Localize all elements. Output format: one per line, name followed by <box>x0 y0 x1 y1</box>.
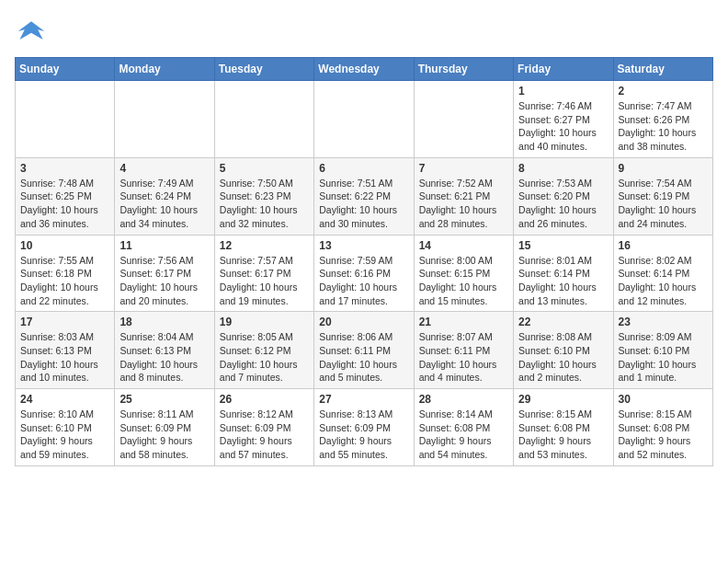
calendar-week-4: 17Sunrise: 8:03 AM Sunset: 6:13 PM Dayli… <box>16 312 713 389</box>
day-info: Sunrise: 8:03 AM Sunset: 6:13 PM Dayligh… <box>20 330 109 385</box>
day-number: 7 <box>419 162 508 175</box>
day-number: 30 <box>619 393 708 406</box>
day-info: Sunrise: 8:15 AM Sunset: 6:08 PM Dayligh… <box>518 408 608 462</box>
day-number: 25 <box>119 393 209 406</box>
calendar-cell: 15Sunrise: 8:01 AM Sunset: 6:14 PM Dayli… <box>514 235 613 312</box>
day-info: Sunrise: 7:56 AM Sunset: 6:17 PM Dayligh… <box>119 254 209 308</box>
day-info: Sunrise: 7:47 AM Sunset: 6:26 PM Dayligh… <box>619 99 708 154</box>
calendar-cell: 3Sunrise: 7:48 AM Sunset: 6:25 PM Daylig… <box>16 157 115 235</box>
calendar-cell: 4Sunrise: 7:49 AM Sunset: 6:24 PM Daylig… <box>115 157 214 235</box>
day-number: 24 <box>20 393 109 406</box>
calendar-cell: 10Sunrise: 7:55 AM Sunset: 6:18 PM Dayli… <box>16 235 115 312</box>
day-info: Sunrise: 8:04 AM Sunset: 6:13 PM Dayligh… <box>119 330 209 385</box>
calendar-cell: 8Sunrise: 7:53 AM Sunset: 6:20 PM Daylig… <box>514 157 613 235</box>
calendar-cell: 12Sunrise: 7:57 AM Sunset: 6:17 PM Dayli… <box>214 235 313 312</box>
day-number: 26 <box>220 393 309 406</box>
day-info: Sunrise: 7:53 AM Sunset: 6:20 PM Dayligh… <box>518 177 608 231</box>
calendar-cell: 25Sunrise: 8:11 AM Sunset: 6:09 PM Dayli… <box>115 389 214 466</box>
calendar: SundayMondayTuesdayWednesdayThursdayFrid… <box>15 57 713 466</box>
day-number: 4 <box>119 162 209 175</box>
day-info: Sunrise: 7:57 AM Sunset: 6:17 PM Dayligh… <box>220 254 309 308</box>
calendar-cell <box>314 81 414 158</box>
day-number: 1 <box>518 85 608 98</box>
day-info: Sunrise: 8:10 AM Sunset: 6:10 PM Dayligh… <box>20 408 109 462</box>
day-number: 6 <box>319 162 408 175</box>
day-number: 5 <box>220 162 309 175</box>
calendar-cell: 18Sunrise: 8:04 AM Sunset: 6:13 PM Dayli… <box>115 312 214 389</box>
day-info: Sunrise: 8:02 AM Sunset: 6:14 PM Dayligh… <box>619 254 708 308</box>
day-info: Sunrise: 8:05 AM Sunset: 6:12 PM Dayligh… <box>220 330 309 385</box>
day-header-tuesday: Tuesday <box>214 58 313 81</box>
calendar-cell <box>214 81 313 158</box>
day-info: Sunrise: 7:46 AM Sunset: 6:27 PM Dayligh… <box>518 99 608 154</box>
day-header-sunday: Sunday <box>16 58 115 81</box>
calendar-cell: 29Sunrise: 8:15 AM Sunset: 6:08 PM Dayli… <box>514 389 613 466</box>
day-number: 13 <box>319 239 408 252</box>
calendar-week-2: 3Sunrise: 7:48 AM Sunset: 6:25 PM Daylig… <box>16 157 713 235</box>
day-info: Sunrise: 8:11 AM Sunset: 6:09 PM Dayligh… <box>119 408 209 462</box>
calendar-cell: 28Sunrise: 8:14 AM Sunset: 6:08 PM Dayli… <box>414 389 513 466</box>
day-number: 3 <box>20 162 109 175</box>
day-number: 2 <box>619 85 708 98</box>
calendar-cell: 2Sunrise: 7:47 AM Sunset: 6:26 PM Daylig… <box>613 81 712 158</box>
logo <box>15 15 51 48</box>
calendar-cell: 5Sunrise: 7:50 AM Sunset: 6:23 PM Daylig… <box>214 157 313 235</box>
day-info: Sunrise: 8:06 AM Sunset: 6:11 PM Dayligh… <box>319 330 408 385</box>
calendar-cell: 24Sunrise: 8:10 AM Sunset: 6:10 PM Dayli… <box>16 389 115 466</box>
day-info: Sunrise: 7:59 AM Sunset: 6:16 PM Dayligh… <box>319 254 408 308</box>
day-number: 18 <box>119 316 209 328</box>
day-info: Sunrise: 7:54 AM Sunset: 6:19 PM Dayligh… <box>619 177 708 231</box>
calendar-cell: 16Sunrise: 8:02 AM Sunset: 6:14 PM Dayli… <box>613 235 712 312</box>
calendar-week-3: 10Sunrise: 7:55 AM Sunset: 6:18 PM Dayli… <box>16 235 713 312</box>
calendar-week-5: 24Sunrise: 8:10 AM Sunset: 6:10 PM Dayli… <box>16 389 713 466</box>
calendar-cell: 7Sunrise: 7:52 AM Sunset: 6:21 PM Daylig… <box>414 157 513 235</box>
day-number: 16 <box>619 239 708 252</box>
day-number: 12 <box>220 239 309 252</box>
calendar-cell: 17Sunrise: 8:03 AM Sunset: 6:13 PM Dayli… <box>16 312 115 389</box>
day-number: 15 <box>518 239 608 252</box>
day-number: 29 <box>518 393 608 406</box>
calendar-header-row: SundayMondayTuesdayWednesdayThursdayFrid… <box>16 58 713 81</box>
day-header-thursday: Thursday <box>414 58 513 81</box>
day-number: 23 <box>619 316 708 328</box>
day-info: Sunrise: 7:52 AM Sunset: 6:21 PM Dayligh… <box>419 177 508 231</box>
day-number: 27 <box>319 393 408 406</box>
calendar-cell <box>414 81 513 158</box>
day-info: Sunrise: 7:50 AM Sunset: 6:23 PM Dayligh… <box>220 177 309 231</box>
day-number: 9 <box>619 162 708 175</box>
day-info: Sunrise: 8:07 AM Sunset: 6:11 PM Dayligh… <box>419 330 508 385</box>
day-number: 14 <box>419 239 508 252</box>
day-info: Sunrise: 7:49 AM Sunset: 6:24 PM Dayligh… <box>119 177 209 231</box>
calendar-cell: 23Sunrise: 8:09 AM Sunset: 6:10 PM Dayli… <box>613 312 712 389</box>
calendar-cell: 1Sunrise: 7:46 AM Sunset: 6:27 PM Daylig… <box>514 81 613 158</box>
page-header <box>15 15 713 48</box>
day-number: 11 <box>119 239 209 252</box>
day-header-wednesday: Wednesday <box>314 58 414 81</box>
calendar-cell: 20Sunrise: 8:06 AM Sunset: 6:11 PM Dayli… <box>314 312 414 389</box>
day-info: Sunrise: 8:13 AM Sunset: 6:09 PM Dayligh… <box>319 408 408 462</box>
day-info: Sunrise: 8:15 AM Sunset: 6:08 PM Dayligh… <box>619 408 708 462</box>
calendar-cell: 19Sunrise: 8:05 AM Sunset: 6:12 PM Dayli… <box>214 312 313 389</box>
day-info: Sunrise: 8:01 AM Sunset: 6:14 PM Dayligh… <box>518 254 608 308</box>
logo-icon <box>15 15 48 48</box>
day-number: 28 <box>419 393 508 406</box>
day-info: Sunrise: 8:08 AM Sunset: 6:10 PM Dayligh… <box>518 330 608 385</box>
day-number: 10 <box>20 239 109 252</box>
day-info: Sunrise: 7:55 AM Sunset: 6:18 PM Dayligh… <box>20 254 109 308</box>
day-header-friday: Friday <box>514 58 613 81</box>
day-number: 17 <box>20 316 109 328</box>
day-number: 20 <box>319 316 408 328</box>
day-info: Sunrise: 8:12 AM Sunset: 6:09 PM Dayligh… <box>220 408 309 462</box>
calendar-cell: 6Sunrise: 7:51 AM Sunset: 6:22 PM Daylig… <box>314 157 414 235</box>
day-number: 19 <box>220 316 309 328</box>
day-number: 21 <box>419 316 508 328</box>
calendar-cell: 11Sunrise: 7:56 AM Sunset: 6:17 PM Dayli… <box>115 235 214 312</box>
calendar-cell: 30Sunrise: 8:15 AM Sunset: 6:08 PM Dayli… <box>613 389 712 466</box>
day-info: Sunrise: 8:14 AM Sunset: 6:08 PM Dayligh… <box>419 408 508 462</box>
calendar-cell: 21Sunrise: 8:07 AM Sunset: 6:11 PM Dayli… <box>414 312 513 389</box>
calendar-week-1: 1Sunrise: 7:46 AM Sunset: 6:27 PM Daylig… <box>16 81 713 158</box>
calendar-cell: 26Sunrise: 8:12 AM Sunset: 6:09 PM Dayli… <box>214 389 313 466</box>
svg-marker-0 <box>18 21 45 40</box>
day-header-monday: Monday <box>115 58 214 81</box>
day-number: 22 <box>518 316 608 328</box>
